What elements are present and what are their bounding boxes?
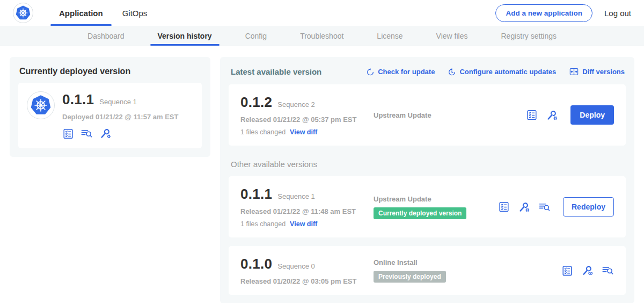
logout-button[interactable]: Log out xyxy=(604,9,633,18)
previously-deployed-badge: Previously deployed xyxy=(374,271,446,283)
subnav-tab-version-history-label: Version history xyxy=(158,32,212,40)
subnav-tab-version-history[interactable]: Version history xyxy=(158,26,212,46)
subnav-tab-troubleshoot-label: Troubleshoot xyxy=(300,32,343,40)
source-label: Upstream Update xyxy=(374,111,431,119)
kubernetes-logo-icon xyxy=(14,4,32,21)
deployed-panel-title: Currently deployed version xyxy=(19,67,202,76)
app-logo[interactable] xyxy=(13,3,33,23)
version-actions-right: Deploy xyxy=(526,105,614,125)
released-timestamp: Released 01/21/22 @ 05:37 pm EST xyxy=(240,116,374,124)
subnav-tab-view-files[interactable]: View files xyxy=(436,26,468,46)
tab-gitops-label: GitOps xyxy=(122,9,148,18)
available-panel-header: Latest available version Check for updat… xyxy=(231,67,625,77)
other-versions-title: Other available versions xyxy=(231,160,625,169)
view-diff-link[interactable]: View diff xyxy=(290,128,317,136)
view-config-icon[interactable] xyxy=(581,264,594,277)
configure-automatic-updates-label: Configure automatic updates xyxy=(459,68,556,76)
deployed-app-logo xyxy=(27,91,55,119)
version-number: 0.1.0 xyxy=(240,256,272,272)
source-label: Upstream Update xyxy=(374,195,431,203)
tab-application[interactable]: Application xyxy=(49,0,113,26)
deploy-logs-icon[interactable] xyxy=(538,201,551,213)
subnav-tab-config[interactable]: Config xyxy=(245,26,267,46)
subnav-tab-dashboard-label: Dashboard xyxy=(87,32,125,40)
deployed-version-card: 0.1.1 Sequence 1 Deployed 01/21/22 @ 11:… xyxy=(18,83,202,148)
version-actions: Check for update Configure automatic upd… xyxy=(366,67,625,77)
version-number: 0.1.1 xyxy=(240,186,272,203)
main-content: Currently deployed version 0.1.1 Sequenc… xyxy=(0,46,644,303)
redeploy-button[interactable]: Redeploy xyxy=(563,197,614,217)
version-actions-right xyxy=(561,264,614,277)
subnav-tab-registry-settings-label: Registry settings xyxy=(501,32,557,40)
subnav-tab-dashboard[interactable]: Dashboard xyxy=(87,26,125,46)
preflight-checks-icon[interactable] xyxy=(526,109,538,121)
top-right-actions: Add a new application Log out xyxy=(495,4,633,22)
schedule-icon xyxy=(448,68,456,76)
preflight-checks-icon[interactable] xyxy=(62,128,74,140)
subnav-tab-troubleshoot[interactable]: Troubleshoot xyxy=(300,26,343,46)
diff-versions-link[interactable]: Diff versions xyxy=(569,67,625,77)
app-subnav: Dashboard Version history Config Trouble… xyxy=(0,26,644,46)
latest-available-title: Latest available version xyxy=(231,67,321,76)
version-info: 0.1.1 Sequence 1 Released 01/21/22 @ 11:… xyxy=(240,186,374,228)
deployed-timestamp: Deployed 01/21/22 @ 11:57 am EST xyxy=(62,113,178,121)
subnav-tab-license-label: License xyxy=(377,32,402,40)
diff-versions-label: Diff versions xyxy=(582,68,625,76)
released-timestamp: Released 01/20/22 @ 03:05 pm EST xyxy=(240,277,374,285)
view-diff-link[interactable]: View diff xyxy=(290,220,317,228)
top-tabs: Application GitOps xyxy=(49,0,157,26)
released-timestamp: Released 01/21/22 @ 11:48 am EST xyxy=(240,207,374,215)
version-card-0-1-0: 0.1.0 Sequence 0 Released 01/20/22 @ 03:… xyxy=(229,246,626,295)
deploy-logs-icon[interactable] xyxy=(602,264,614,277)
version-number: 0.1.2 xyxy=(240,94,272,111)
add-application-button[interactable]: Add a new application xyxy=(495,4,592,22)
sequence-label: Sequence 1 xyxy=(277,192,314,200)
configure-automatic-updates-link[interactable]: Configure automatic updates xyxy=(448,68,556,76)
subnav-tab-license[interactable]: License xyxy=(377,26,402,46)
version-source: Upstream Update Currently deployed versi… xyxy=(374,195,498,219)
preflight-checks-icon[interactable] xyxy=(561,265,573,277)
version-card-0-1-1: 0.1.1 Sequence 1 Released 01/21/22 @ 11:… xyxy=(229,176,626,237)
deployed-version-info: 0.1.1 Sequence 1 Deployed 01/21/22 @ 11:… xyxy=(62,91,178,140)
check-for-update-link[interactable]: Check for update xyxy=(366,68,435,76)
tab-application-label: Application xyxy=(59,9,103,18)
subnav-tab-view-files-label: View files xyxy=(436,32,468,40)
files-changed-label: 1 files changed xyxy=(240,128,286,136)
version-card-0-1-2: 0.1.2 Sequence 2 Released 01/21/22 @ 05:… xyxy=(229,84,626,146)
deploy-button[interactable]: Deploy xyxy=(570,105,614,125)
version-info: 0.1.0 Sequence 0 Released 01/20/22 @ 03:… xyxy=(240,256,374,285)
top-navbar: Application GitOps Add a new application… xyxy=(0,0,644,26)
edit-config-icon[interactable] xyxy=(99,127,112,140)
edit-config-icon[interactable] xyxy=(518,201,530,213)
check-for-update-label: Check for update xyxy=(378,68,435,76)
deployed-sequence-label: Sequence 1 xyxy=(99,98,136,106)
version-info: 0.1.2 Sequence 2 Released 01/21/22 @ 05:… xyxy=(240,94,374,136)
diff-icon xyxy=(569,67,579,77)
available-versions-panel: Latest available version Check for updat… xyxy=(220,57,634,303)
version-source: Online Install Previously deployed xyxy=(374,258,561,283)
edit-config-icon[interactable] xyxy=(546,109,558,121)
subnav-tab-registry-settings[interactable]: Registry settings xyxy=(501,26,557,46)
tab-gitops[interactable]: GitOps xyxy=(113,0,157,26)
deploy-logs-icon[interactable] xyxy=(80,127,93,140)
sequence-label: Sequence 2 xyxy=(277,100,314,109)
sequence-label: Sequence 0 xyxy=(277,262,314,270)
currently-deployed-badge: Currently deployed version xyxy=(374,207,466,219)
source-label: Online Install xyxy=(374,258,418,266)
currently-deployed-panel: Currently deployed version 0.1.1 Sequenc… xyxy=(10,57,210,157)
deployed-version-number: 0.1.1 xyxy=(62,91,94,108)
refresh-icon xyxy=(366,68,375,76)
files-changed-label: 1 files changed xyxy=(240,220,286,228)
kubernetes-logo-icon xyxy=(29,93,53,117)
preflight-checks-icon[interactable] xyxy=(498,201,510,213)
version-actions-right: Redeploy xyxy=(498,197,614,217)
subnav-tab-config-label: Config xyxy=(245,32,267,40)
version-source: Upstream Update xyxy=(374,111,526,119)
